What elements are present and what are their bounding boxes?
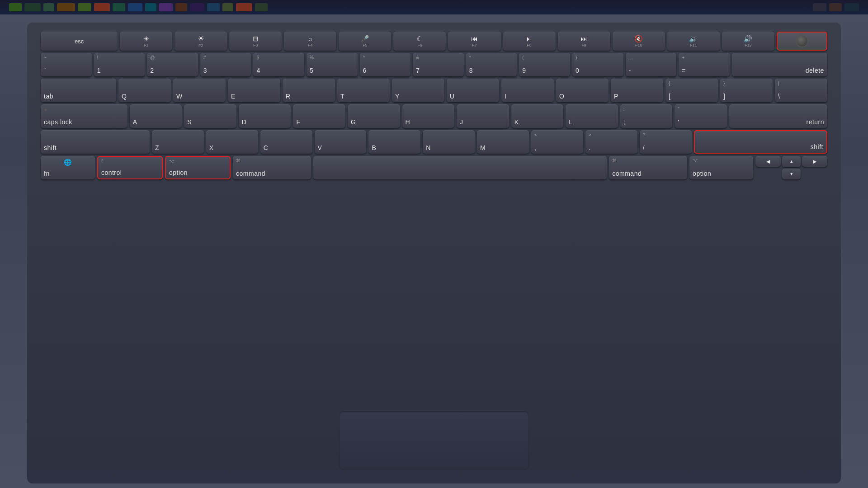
key-shift-right[interactable]: shift: [694, 130, 827, 154]
key-m[interactable]: M: [477, 130, 529, 154]
key-3[interactable]: # 3: [200, 53, 251, 76]
key-f4[interactable]: ⌕ F4: [284, 32, 336, 51]
key-arrow-left[interactable]: ◀: [755, 156, 781, 167]
key-f12[interactable]: 🔊 F12: [722, 32, 774, 51]
key-arrow-down[interactable]: ▼: [782, 169, 801, 180]
key-period-label: .: [589, 144, 590, 151]
key-e[interactable]: E: [228, 79, 280, 102]
key-l[interactable]: L: [566, 104, 618, 128]
key-lbracket-label: [: [669, 93, 670, 100]
key-return[interactable]: return: [729, 104, 827, 128]
key-y[interactable]: Y: [392, 79, 444, 102]
key-8[interactable]: * 8: [466, 53, 517, 76]
key-control-label: control: [101, 169, 122, 176]
key-6[interactable]: ^ 6: [360, 53, 411, 76]
key-f1[interactable]: ☀ F1: [120, 32, 172, 51]
key-7[interactable]: & 7: [413, 53, 464, 76]
arrow-left-icon: ◀: [766, 159, 770, 164]
key-power[interactable]: [777, 32, 827, 51]
key-h[interactable]: H: [402, 104, 455, 128]
key-command-right[interactable]: ⌘ command: [609, 156, 687, 179]
brightness-low-icon: ☀: [143, 35, 149, 42]
key-f8[interactable]: ⏯ F8: [503, 32, 556, 51]
key-b-label: B: [372, 144, 376, 151]
key-delete[interactable]: delete: [732, 53, 827, 76]
key-k[interactable]: K: [511, 104, 564, 128]
key-option-left-label: option: [169, 169, 188, 176]
key-shift-left[interactable]: shift: [41, 130, 150, 154]
key-rbracket[interactable]: } ]: [720, 79, 773, 102]
key-9[interactable]: ( 9: [519, 53, 570, 76]
key-arrow-right[interactable]: ▶: [802, 156, 827, 167]
trackpad[interactable]: [339, 411, 529, 470]
key-o[interactable]: O: [556, 79, 609, 102]
key-f6[interactable]: ☾ F6: [393, 32, 446, 51]
key-gt-label: >: [589, 132, 591, 137]
key-quote[interactable]: " ': [675, 104, 727, 128]
touch-id-circle: [796, 35, 808, 47]
key-tab[interactable]: tab: [41, 79, 116, 102]
key-c[interactable]: C: [260, 130, 312, 154]
key-t[interactable]: T: [337, 79, 390, 102]
key-2[interactable]: @ 2: [147, 53, 198, 76]
key-i[interactable]: I: [501, 79, 554, 102]
key-a[interactable]: A: [130, 104, 182, 128]
key-f10[interactable]: 🔇 F10: [613, 32, 665, 51]
key-q[interactable]: Q: [118, 79, 171, 102]
key-u[interactable]: U: [447, 79, 499, 102]
key-backslash[interactable]: | \: [775, 79, 827, 102]
key-v[interactable]: V: [315, 130, 367, 154]
key-semicolon[interactable]: : ;: [620, 104, 673, 128]
arrow-top-row: ◀ ▲ ▼ ▶: [755, 156, 827, 179]
key-f[interactable]: F: [293, 104, 345, 128]
key-fn[interactable]: 🌐 fn: [41, 156, 95, 179]
key-minus-label: -: [629, 67, 631, 74]
key-4[interactable]: $ 4: [253, 53, 304, 76]
key-p[interactable]: P: [611, 79, 663, 102]
key-f11-label: F11: [690, 43, 697, 47]
key-f5-label: F5: [363, 43, 368, 47]
key-f5[interactable]: 🎤 F5: [339, 32, 391, 51]
key-w[interactable]: W: [173, 79, 226, 102]
key-esc[interactable]: esc: [41, 32, 118, 51]
key-n[interactable]: N: [423, 130, 475, 154]
key-1[interactable]: ! 1: [94, 53, 145, 76]
key-space[interactable]: [313, 156, 607, 179]
key-f7[interactable]: ⏮ F7: [448, 32, 500, 51]
key-option-left[interactable]: ⌥ option: [165, 156, 231, 179]
screen-icon-r3: [844, 3, 859, 11]
key-period[interactable]: > .: [585, 130, 637, 154]
screen-icon-r1: [813, 3, 826, 11]
key-5[interactable]: % 5: [307, 53, 358, 76]
key-s[interactable]: S: [184, 104, 236, 128]
key-0[interactable]: ) 0: [572, 53, 623, 76]
key-j[interactable]: J: [457, 104, 509, 128]
key-lbracket[interactable]: { [: [665, 79, 718, 102]
asdf-row: caps lock A S D F G H J K L : ; " ': [41, 104, 827, 128]
key-b[interactable]: B: [368, 130, 420, 154]
laptop-body: esc ☀ F1 ☀ F2 ⊟ F3 ⌕ F4: [0, 0, 868, 488]
key-slash[interactable]: ? /: [640, 130, 692, 154]
key-dquote-label: ": [678, 107, 679, 112]
screen-icon-10: [159, 3, 173, 11]
key-g[interactable]: G: [348, 104, 400, 128]
key-option-right[interactable]: ⌥ option: [689, 156, 753, 179]
key-z[interactable]: Z: [152, 130, 204, 154]
key-f11[interactable]: 🔉 F11: [667, 32, 720, 51]
key-r[interactable]: R: [283, 79, 335, 102]
key-f2[interactable]: ☀ F2: [175, 32, 227, 51]
key-backtick[interactable]: ~ `: [41, 53, 92, 76]
key-capslock[interactable]: caps lock: [41, 104, 127, 128]
key-control[interactable]: ^ control: [97, 156, 163, 179]
key-minus[interactable]: _ -: [626, 53, 677, 76]
arrow-up-icon: ▲: [789, 159, 793, 164]
key-command-left[interactable]: ⌘ command: [233, 156, 311, 179]
key-o-label: O: [559, 93, 564, 100]
key-arrow-up[interactable]: ▲: [782, 156, 801, 167]
key-comma[interactable]: < ,: [531, 130, 583, 154]
key-d[interactable]: D: [239, 104, 291, 128]
key-f9[interactable]: ⏭ F9: [558, 32, 610, 51]
key-equals[interactable]: + =: [679, 53, 730, 76]
key-x[interactable]: X: [206, 130, 258, 154]
key-f3[interactable]: ⊟ F3: [229, 32, 282, 51]
